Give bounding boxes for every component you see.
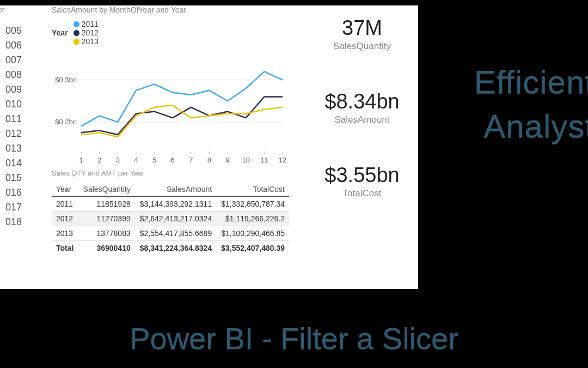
chart-legend: Year 201120122013 <box>52 20 291 46</box>
legend-dot-icon <box>74 21 79 27</box>
kpi-label: SalesQuantity <box>310 41 414 52</box>
legend-dot-icon <box>74 30 79 36</box>
svg-text:1: 1 <box>79 156 83 164</box>
table-cell: 2013 <box>52 226 78 241</box>
slicer-item[interactable]: 011 <box>0 112 22 126</box>
svg-text:$0.2bn: $0.2bn <box>55 118 77 126</box>
table-title: Sales QTY and AMT per Year <box>52 169 289 177</box>
svg-text:12: 12 <box>279 156 286 164</box>
kpi-card[interactable]: $8.34bnSalesAmount <box>310 90 414 125</box>
slicer-item[interactable]: 010 <box>0 97 22 112</box>
legend-item[interactable]: 2013 <box>74 37 99 46</box>
legend-label: Year <box>52 28 68 37</box>
table-cell: $1,119,266,226.2 <box>216 212 289 226</box>
table-cell: 11270399 <box>78 212 135 226</box>
table-total-row: Total36900410$8,341,224,364.8324$3,552,4… <box>52 241 289 256</box>
legend-item-label: 2013 <box>82 37 99 46</box>
kpi-value: 37M <box>310 16 414 40</box>
brand-text: Efficient Analyst <box>474 60 588 148</box>
dashboard-panel: cer 005006007008009010011012013014015016… <box>0 5 418 289</box>
svg-text:3: 3 <box>116 156 120 164</box>
chart-canvas: $0.2bn$0.3bn123456789101112 <box>48 53 288 168</box>
kpi-card[interactable]: $3.55bnTotalCost <box>310 164 414 199</box>
legend-dot-icon <box>74 39 79 45</box>
svg-text:2: 2 <box>97 156 101 164</box>
legend-item-label: 2012 <box>82 28 99 37</box>
legend-item[interactable]: 2011 <box>74 20 99 28</box>
table-cell: $2,642,413,217.0324 <box>135 212 216 226</box>
svg-text:7: 7 <box>189 156 193 164</box>
svg-text:6: 6 <box>171 156 175 164</box>
svg-text:9: 9 <box>225 156 229 164</box>
slicer-item[interactable]: 009 <box>0 82 22 97</box>
slicer-item[interactable]: 014 <box>0 156 22 171</box>
table-cell: 11851928 <box>78 196 135 212</box>
brand-line-1: Efficient <box>474 60 588 104</box>
slicer-title: cer <box>0 5 22 14</box>
kpi-value: $8.34bn <box>310 90 414 113</box>
slicer-item[interactable]: 007 <box>0 53 22 68</box>
sales-table: YearSalesQuantitySalesAmountTotalCost 20… <box>52 183 289 255</box>
svg-text:4: 4 <box>134 156 138 164</box>
table-cell: 36900410 <box>78 241 135 256</box>
line-chart[interactable]: SalesAmount by MonthOfYear and Year Year… <box>52 5 291 168</box>
footer-title: Power BI - Filter a Slicer <box>0 321 588 356</box>
table-cell: $3,144,393,292.1311 <box>135 196 216 212</box>
table-cell: 2011 <box>52 196 78 212</box>
data-table[interactable]: Sales QTY and AMT per Year YearSalesQuan… <box>52 169 289 255</box>
table-cell: $1,332,850,787.34 <box>216 196 289 212</box>
kpi-column: 37MSalesQuantity$8.34bnSalesAmount$3.55b… <box>310 16 414 237</box>
table-cell: $1,100,290,466.85 <box>216 226 289 241</box>
slicer-item[interactable]: 013 <box>0 141 22 156</box>
table-header[interactable]: SalesQuantity <box>78 183 135 196</box>
table-cell: 13778083 <box>78 226 135 241</box>
table-cell: $8,341,224,364.8324 <box>135 241 216 256</box>
table-cell: Total <box>52 241 78 256</box>
table-row[interactable]: 201211270399$2,642,413,217.0324$1,119,26… <box>52 212 289 226</box>
kpi-card[interactable]: 37MSalesQuantity <box>310 16 414 52</box>
slicer-item[interactable]: 008 <box>0 68 22 82</box>
svg-text:5: 5 <box>152 156 156 164</box>
slicer-item[interactable]: 015 <box>0 171 22 185</box>
slicer-item[interactable]: 012 <box>0 126 22 141</box>
legend-item[interactable]: 2012 <box>74 28 99 37</box>
svg-text:10: 10 <box>242 156 249 164</box>
legend-item-label: 2011 <box>82 20 99 28</box>
slicer-item[interactable]: 005 <box>0 23 22 38</box>
table-row[interactable]: 201111851928$3,144,393,292.1311$1,332,85… <box>52 196 289 212</box>
kpi-label: SalesAmount <box>310 114 414 125</box>
slicer-item[interactable]: 006 <box>0 38 22 53</box>
svg-text:$0.3bn: $0.3bn <box>55 76 77 84</box>
slicer-item[interactable]: 017 <box>0 200 22 215</box>
brand-line-2: Analyst <box>474 104 588 148</box>
table-header[interactable]: SalesAmount <box>135 183 216 196</box>
slicer-item[interactable]: 018 <box>0 215 22 230</box>
svg-text:11: 11 <box>260 156 268 164</box>
year-slicer[interactable]: cer 005006007008009010011012013014015016… <box>0 5 22 230</box>
table-cell: $3,552,407,480.39 <box>216 241 289 256</box>
slicer-item[interactable]: 016 <box>0 185 22 200</box>
table-cell: $2,554,417,855.6689 <box>135 226 216 241</box>
table-header[interactable]: Year <box>52 183 78 196</box>
svg-text:8: 8 <box>207 156 211 164</box>
kpi-value: $3.55bn <box>310 164 414 187</box>
table-cell: 2012 <box>52 212 78 226</box>
table-header[interactable]: TotalCost <box>216 183 289 196</box>
table-row[interactable]: 201313778083$2,554,417,855.6689$1,100,29… <box>52 226 289 241</box>
slicer-list: 0050060070080090100110120130140150160170… <box>0 23 22 230</box>
kpi-label: TotalCost <box>310 188 414 199</box>
chart-title: SalesAmount by MonthOfYear and Year <box>52 5 291 14</box>
